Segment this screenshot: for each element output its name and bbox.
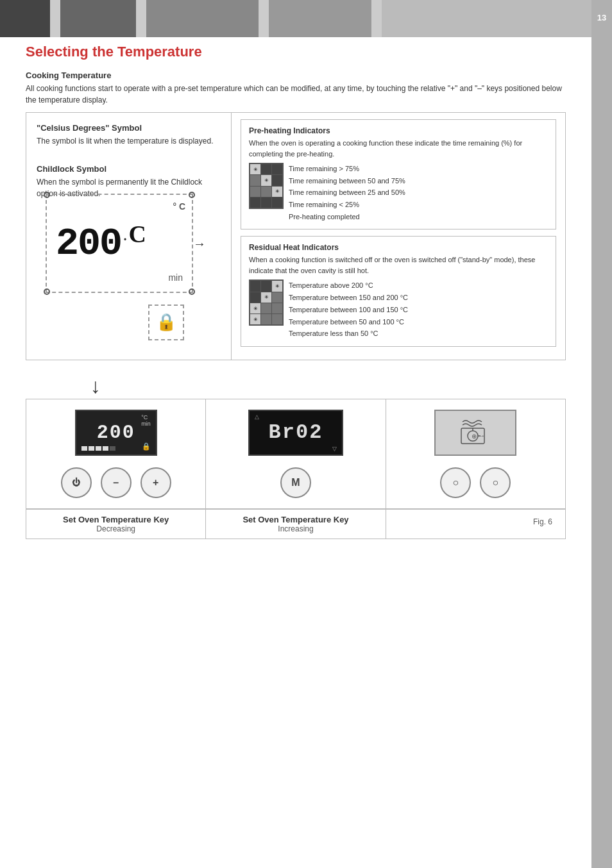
- prog-digits: Br02: [269, 421, 323, 444]
- mode-icon-container: ⊕ →: [456, 417, 495, 449]
- grid-cell: [272, 314, 282, 324]
- section-title: Selecting the Temperature: [26, 44, 566, 60]
- lock-box: 🔒: [148, 305, 184, 340]
- residual-heat-panel: Residual Heat Indicators When a cooking …: [241, 236, 556, 346]
- circle1-button[interactable]: ○: [440, 467, 471, 498]
- left-panel: "Celsius Degrees" Symbol The symbol is l…: [26, 113, 232, 360]
- celsius-c: C: [129, 221, 146, 247]
- lcd-bar-1: [81, 446, 87, 451]
- grid-cell: [272, 175, 282, 185]
- childlock-title: Childlock Symbol: [37, 164, 225, 174]
- oven-digits: 200: [56, 224, 121, 263]
- mode-button[interactable]: M: [280, 467, 311, 498]
- residual-grid-visual: ✳ ✳ ✳ ✳: [249, 280, 284, 326]
- grid-cell: [261, 303, 271, 313]
- grid-cell: [250, 281, 260, 291]
- preheating-indicators-row: ✳ ✳ ✳: [249, 163, 548, 222]
- minus-button[interactable]: –: [101, 467, 132, 498]
- pattern-block-5: [382, 0, 612, 37]
- label-fig: Fig. 6: [386, 510, 565, 538]
- residual-heat-indicators-list: Temperature above 200 °C Temperature bet…: [289, 280, 408, 339]
- grid-cell: [250, 187, 260, 197]
- btn-row-1: ⏻ – +: [61, 467, 171, 498]
- grid-cell: [250, 292, 260, 303]
- grid-cell: ✳: [250, 314, 260, 324]
- residual-indicator-1: Temperature above 200 °C: [289, 280, 408, 292]
- lcd-bars: [81, 446, 115, 451]
- residual-indicator-3: Temperature between 100 and 150 °C: [289, 304, 408, 316]
- grid-cell: [250, 197, 260, 208]
- content-area: Selecting the Temperature Cooking Temper…: [0, 44, 612, 565]
- grid-cell: [272, 164, 282, 174]
- celsius-symbol-title: "Celsius Degrees" Symbol: [37, 123, 213, 133]
- grid-cell: [261, 187, 271, 197]
- display-right-arrow: →: [193, 236, 206, 251]
- circle1-icon: ○: [452, 477, 459, 488]
- grid-cell: [272, 292, 282, 303]
- grid-cell: [261, 164, 271, 174]
- grid-cell: ✳: [261, 175, 271, 185]
- corner-dot-tr: [189, 192, 195, 198]
- right-panel: Pre-heating Indicators When the oven is …: [232, 113, 565, 360]
- minus-icon: –: [113, 477, 119, 488]
- diagram-inner: "Celsius Degrees" Symbol The symbol is l…: [26, 113, 565, 360]
- lcd-bar-2: [89, 446, 94, 451]
- mode-display: ⊕ →: [434, 410, 516, 456]
- grid-cell: [261, 281, 271, 291]
- grid-cell: [261, 314, 271, 324]
- residual-indicator-2: Temperature between 150 and 200 °C: [289, 292, 408, 304]
- label-decreasing: Set Oven Temperature Key Decreasing: [26, 510, 206, 538]
- residual-indicator-4: Temperature between 50 and 100 °C: [289, 316, 408, 328]
- celsius-annotation: "Celsius Degrees" Symbol The symbol is l…: [37, 123, 213, 147]
- lcd-digits-1: 200: [97, 422, 135, 444]
- plus-button[interactable]: +: [140, 467, 171, 498]
- celsius-symbol-display: ° C: [173, 201, 185, 212]
- preheating-indicators-list: Time remaining > 75% Time remaining betw…: [289, 163, 405, 222]
- btn-row-3: ○ ○: [440, 467, 511, 498]
- residual-heat-title: Residual Heat Indicators: [249, 243, 548, 252]
- celsius-symbol-body: The symbol is lit when the temperature i…: [37, 135, 213, 147]
- residual-heat-indicators-row: ✳ ✳ ✳ ✳: [249, 280, 548, 339]
- residual-heat-body: When a cooking function is switched off …: [249, 255, 548, 276]
- preheating-panel: Pre-heating Indicators When the oven is …: [241, 119, 556, 230]
- lcd-bar-3: [96, 446, 101, 451]
- label-increasing-title: Set Oven Temperature Key: [212, 515, 378, 524]
- grid-cell: [272, 303, 282, 313]
- preheating-indicator-3: Time remaining between 25 and 50%: [289, 187, 405, 199]
- pattern-block-3: [146, 0, 259, 37]
- lcd-sup-1: °Cmin: [141, 414, 151, 427]
- bottom-displays-row: 200 °Cmin 🔒 ⏻: [26, 399, 565, 509]
- min-label: min: [168, 272, 183, 283]
- pattern-block-4: [269, 0, 371, 37]
- lcd-bar-4: [103, 446, 108, 451]
- label-decreasing-subtitle: Decreasing: [33, 524, 199, 533]
- fig-label: Fig. 6: [393, 515, 559, 529]
- right-tab: 13: [591, 0, 612, 868]
- circle2-button[interactable]: ○: [480, 467, 511, 498]
- preheating-title: Pre-heating Indicators: [249, 126, 548, 135]
- lcd-bar-5: [110, 446, 115, 451]
- grid-cell: ✳: [272, 187, 282, 197]
- label-increasing: Set Oven Temperature Key Increasing: [206, 510, 386, 538]
- grid-cell: ✳: [261, 292, 271, 303]
- pattern-block-gap-2: [136, 0, 146, 37]
- pattern-block-1: [0, 0, 50, 37]
- top-pattern: [0, 0, 612, 37]
- btn-row-2: M: [280, 467, 311, 498]
- page-number: 13: [597, 13, 606, 22]
- cooking-temperature-title: Cooking Temperature: [26, 71, 566, 80]
- page-wrapper: 13 Selecting the Temperature Cooking Tem…: [0, 0, 612, 868]
- main-diagram-frame: "Celsius Degrees" Symbol The symbol is l…: [26, 112, 566, 360]
- pattern-block-gap-1: [50, 0, 60, 37]
- grid-cell: ✳: [272, 281, 282, 291]
- bottom-col-2: △ Br02 ▽ M: [206, 399, 386, 508]
- corner-dot-tl: [44, 192, 50, 198]
- prog-display: △ Br02 ▽: [248, 410, 343, 456]
- pattern-block-gap-3: [259, 0, 269, 37]
- residual-indicator-5: Temperature less than 50 °C: [289, 328, 408, 340]
- preheating-indicator-4: Time remaining < 25%: [289, 199, 405, 211]
- pattern-block-2: [60, 0, 136, 37]
- grid-cell: [250, 175, 260, 185]
- power-button[interactable]: ⏻: [61, 467, 92, 498]
- plus-icon: +: [153, 477, 158, 488]
